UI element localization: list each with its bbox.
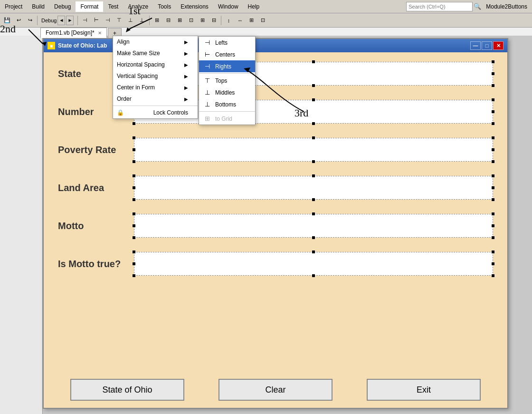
minimize-btn[interactable]: — bbox=[470, 41, 481, 50]
submenu-lefts[interactable]: ⊣ Lefts bbox=[199, 37, 255, 48]
submenu-tops[interactable]: ⊤ Tops bbox=[199, 75, 255, 87]
menu-project[interactable]: Project bbox=[0, 1, 27, 12]
p-handle-ml[interactable] bbox=[133, 148, 135, 151]
toolbar-btn7[interactable]: ↕ bbox=[223, 15, 234, 26]
search-input[interactable] bbox=[406, 2, 473, 11]
tab-form1-design[interactable]: Form1.vb [Design]* ✕ bbox=[40, 28, 107, 38]
im-handle-mr[interactable] bbox=[492, 262, 494, 265]
m-handle-tr[interactable] bbox=[492, 212, 494, 215]
toolbar-align-lefts[interactable]: ⊣ bbox=[80, 15, 90, 26]
submenu-middles[interactable]: ⊥ Middles bbox=[199, 87, 255, 98]
im-handle-br[interactable] bbox=[492, 274, 494, 277]
menu-analyze[interactable]: Analyze bbox=[123, 1, 153, 12]
handle-br[interactable] bbox=[492, 84, 494, 87]
menu-build[interactable]: Build bbox=[27, 1, 49, 12]
toolbar-btn3[interactable]: ⊞ bbox=[174, 15, 185, 26]
toolbar-btn10[interactable]: ⊡ bbox=[257, 15, 268, 26]
menu-center-in-form[interactable]: Center in Form ▶ bbox=[113, 82, 198, 93]
menu-debug[interactable]: Debug bbox=[49, 1, 76, 12]
menu-window[interactable]: Window bbox=[213, 1, 243, 12]
p-handle-tl[interactable] bbox=[133, 136, 135, 139]
im-handle-tr[interactable] bbox=[492, 250, 494, 253]
toolbar-align-middles[interactable]: ⊥ bbox=[125, 15, 136, 26]
menu-make-same-size[interactable]: Make Same Size ▶ bbox=[113, 48, 198, 59]
toolbar-btn2[interactable]: ⊟ bbox=[163, 15, 173, 26]
m-handle-br[interactable] bbox=[492, 236, 494, 239]
handle-mr[interactable] bbox=[492, 72, 494, 75]
l-handle-ml[interactable] bbox=[133, 186, 135, 189]
toolbar-align-centers[interactable]: ⊢ bbox=[91, 15, 102, 26]
n-handle-bm[interactable] bbox=[312, 122, 315, 125]
toolbar-align-rights[interactable]: ⊣ bbox=[103, 15, 113, 26]
m-handle-ml[interactable] bbox=[133, 224, 135, 227]
menu-test[interactable]: Test bbox=[103, 1, 123, 12]
toolbar-btn1[interactable]: ⊞ bbox=[152, 15, 162, 26]
toolbar-btn9[interactable]: ⊞ bbox=[246, 15, 256, 26]
menu-format[interactable]: Format bbox=[76, 1, 103, 12]
m-handle-mr[interactable] bbox=[492, 224, 494, 227]
im-handle-tl[interactable] bbox=[133, 250, 135, 253]
clear-button[interactable]: Clear bbox=[218, 379, 332, 401]
motto-textbox[interactable] bbox=[134, 214, 493, 238]
n-handle-tm[interactable] bbox=[312, 98, 315, 101]
toolbar-redo-btn[interactable]: ↪ bbox=[25, 15, 35, 26]
toolbar-align-bottoms[interactable]: ⊥ bbox=[137, 15, 147, 26]
menu-extensions[interactable]: Extensions bbox=[176, 1, 213, 12]
debug-arrow-right[interactable]: ► bbox=[66, 16, 74, 25]
menu-lock-controls[interactable]: 🔒 Lock Controls bbox=[113, 107, 198, 118]
tab-close-btn[interactable]: ✕ bbox=[98, 30, 102, 36]
p-handle-mr[interactable] bbox=[492, 148, 494, 151]
menu-align[interactable]: Align ▶ ⊣ Lefts ⊢ Centers ⊣ Rights ⊤ bbox=[113, 36, 198, 48]
toolbar-btn6[interactable]: ⊟ bbox=[209, 15, 219, 26]
im-handle-ml[interactable] bbox=[133, 262, 135, 265]
l-handle-mr[interactable] bbox=[492, 186, 494, 189]
p-handle-tm[interactable] bbox=[312, 136, 315, 139]
l-handle-tl[interactable] bbox=[133, 174, 135, 177]
toolbar-undo-btn[interactable]: ↩ bbox=[13, 15, 24, 26]
p-handle-tr[interactable] bbox=[492, 136, 494, 139]
maximize-btn[interactable]: □ bbox=[482, 41, 492, 50]
toolbar-btn5[interactable]: ⊞ bbox=[197, 15, 208, 26]
menu-horizontal-spacing[interactable]: Horizontal Spacing ▶ bbox=[113, 59, 198, 70]
menu-help[interactable]: Help bbox=[243, 1, 265, 12]
exit-button[interactable]: Exit bbox=[367, 379, 481, 401]
m-handle-bl[interactable] bbox=[133, 236, 135, 239]
n-handle-mr[interactable] bbox=[492, 110, 494, 113]
submenu-bottoms[interactable]: ⊥ Bottoms bbox=[199, 98, 255, 110]
debug-arrow-left[interactable]: ◄ bbox=[57, 16, 65, 25]
l-handle-bl[interactable] bbox=[133, 198, 135, 201]
toolbar-btn4[interactable]: ⊡ bbox=[186, 15, 196, 26]
poverty-textbox[interactable] bbox=[134, 138, 493, 162]
state-of-ohio-button[interactable]: State of Ohio bbox=[70, 379, 184, 401]
n-handle-br[interactable] bbox=[492, 122, 494, 125]
p-handle-br[interactable] bbox=[492, 160, 494, 163]
toolbar-align-tops[interactable]: ⊤ bbox=[114, 15, 124, 26]
im-handle-bl[interactable] bbox=[133, 274, 135, 277]
handle-bm[interactable] bbox=[312, 84, 315, 87]
handle-tr[interactable] bbox=[492, 60, 494, 63]
land-textbox[interactable] bbox=[134, 176, 493, 200]
is-motto-textbox[interactable] bbox=[134, 252, 493, 276]
p-handle-bl[interactable] bbox=[133, 160, 135, 163]
m-handle-tm[interactable] bbox=[312, 212, 315, 215]
m-handle-bm[interactable] bbox=[312, 236, 315, 239]
l-handle-bm[interactable] bbox=[312, 198, 315, 201]
l-handle-tr[interactable] bbox=[492, 174, 494, 177]
menu-tools[interactable]: Tools bbox=[153, 1, 176, 12]
l-handle-tm[interactable] bbox=[312, 174, 315, 177]
im-handle-bm[interactable] bbox=[312, 274, 315, 277]
submenu-rights[interactable]: ⊣ Rights bbox=[199, 60, 255, 72]
n-handle-bl[interactable] bbox=[133, 122, 135, 125]
l-handle-br[interactable] bbox=[492, 198, 494, 201]
menu-vertical-spacing[interactable]: Vertical Spacing ▶ bbox=[113, 70, 198, 82]
submenu-centers[interactable]: ⊢ Centers bbox=[199, 48, 255, 60]
im-handle-tm[interactable] bbox=[312, 250, 315, 253]
p-handle-bm[interactable] bbox=[312, 160, 315, 163]
n-handle-tr[interactable] bbox=[492, 98, 494, 101]
m-handle-tl[interactable] bbox=[133, 212, 135, 215]
toolbar-btn8[interactable]: ↔ bbox=[235, 15, 245, 26]
toolbar-save-btn[interactable]: 💾 bbox=[2, 15, 12, 26]
close-btn[interactable]: ✕ bbox=[493, 41, 504, 50]
menu-order[interactable]: Order ▶ bbox=[113, 93, 198, 105]
handle-tm[interactable] bbox=[312, 60, 315, 63]
